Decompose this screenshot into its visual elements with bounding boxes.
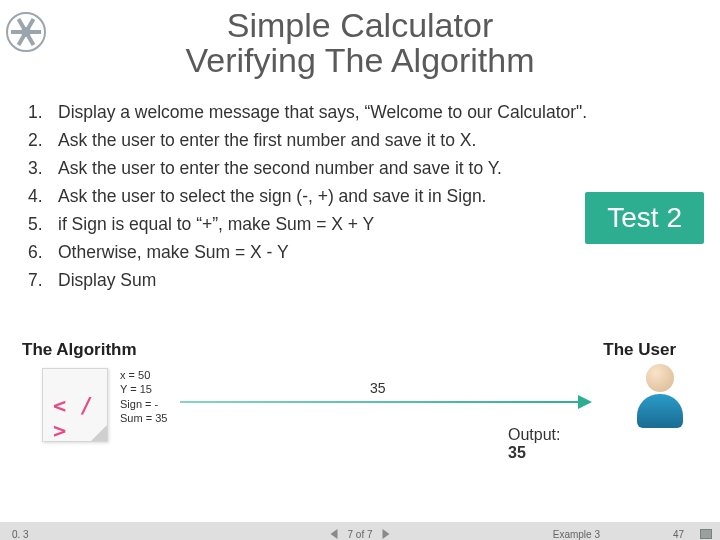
step-num: 7. xyxy=(28,266,58,294)
algorithm-label: The Algorithm xyxy=(22,340,137,360)
version-text: 0. 3 xyxy=(12,529,29,540)
gear-icon xyxy=(6,12,46,52)
nav-position: 7 of 7 xyxy=(347,529,372,540)
code-page-icon: < / > xyxy=(42,368,108,442)
output-label: Output: xyxy=(508,426,560,444)
var-y: Y = 15 xyxy=(120,382,167,396)
footer-bar: 0. 3 7 of 7 Example 3 47 xyxy=(0,522,720,540)
step-num: 5. xyxy=(28,210,58,238)
arrow-icon xyxy=(180,401,590,403)
user-label: The User xyxy=(603,340,676,360)
test-badge: Test 2 xyxy=(585,192,704,244)
arrow-value: 35 xyxy=(370,380,386,396)
step-text: Ask the user to enter the first number a… xyxy=(58,126,720,154)
page-number: 47 xyxy=(673,529,684,540)
step-num: 6. xyxy=(28,238,58,266)
next-icon[interactable] xyxy=(383,529,390,539)
output-block: Output: 35 xyxy=(508,426,560,462)
variable-state: x = 50 Y = 15 Sign = - Sum = 35 xyxy=(120,368,167,425)
step-text: Display Sum xyxy=(58,266,720,294)
output-value: 35 xyxy=(508,444,526,461)
title-line2: Verifying The Algorithm xyxy=(0,41,720,80)
step-num: 3. xyxy=(28,154,58,182)
title-line1: Simple Calculator xyxy=(0,6,720,45)
step-num: 2. xyxy=(28,126,58,154)
var-sign: Sign = - xyxy=(120,397,167,411)
step-num: 1. xyxy=(28,98,58,126)
step-text: Ask the user to enter the second number … xyxy=(58,154,720,182)
step-num: 4. xyxy=(28,182,58,210)
slide-nav: 7 of 7 xyxy=(330,529,389,540)
var-x: x = 50 xyxy=(120,368,167,382)
step-text: Display a welcome message that says, “We… xyxy=(58,98,720,126)
user-avatar-icon xyxy=(634,364,686,432)
prev-icon[interactable] xyxy=(330,529,337,539)
var-sum: Sum = 35 xyxy=(120,411,167,425)
example-label: Example 3 xyxy=(553,529,600,540)
fullscreen-icon[interactable] xyxy=(700,529,712,539)
